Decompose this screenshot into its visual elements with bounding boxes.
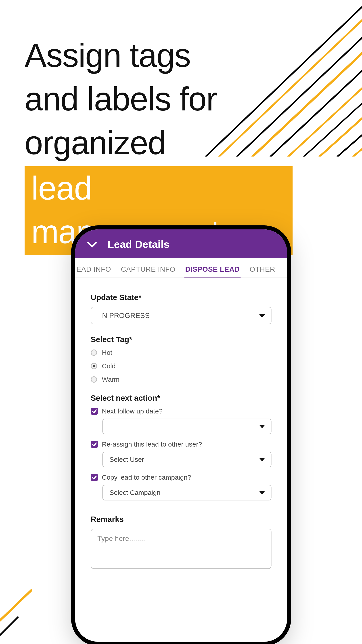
page-title: Lead Details — [108, 238, 170, 250]
chevron-down-icon[interactable] — [87, 239, 97, 250]
checkbox-icon — [91, 408, 98, 415]
next-action-reassign[interactable]: Re-assign this lead to other user? — [91, 440, 271, 448]
svg-line-9 — [353, 112, 362, 156]
tab-label: OTHER — [250, 265, 275, 273]
caret-down-icon — [259, 422, 265, 430]
radio-icon — [91, 350, 97, 356]
tab-lead-info[interactable]: EAD INFO — [75, 262, 116, 278]
checkbox-icon — [91, 474, 98, 481]
svg-line-5 — [288, 47, 362, 156]
update-state-label: Update State* — [91, 293, 271, 302]
checkbox-label: Copy lead to other campaign? — [102, 474, 191, 481]
next-action-followup[interactable]: Next follow up date? — [91, 408, 271, 415]
decorative-lines-bottom — [0, 588, 54, 644]
marketing-headline: Assign tags and labels for organized lea… — [24, 34, 293, 255]
tag-option-cold[interactable]: Cold — [91, 362, 271, 370]
tag-radio-group: Hot Cold Warm — [91, 349, 271, 383]
copy-campaign-dropdown[interactable]: Select Campaign — [102, 485, 271, 500]
radio-icon — [91, 376, 97, 382]
headline-line-3: organized — [24, 121, 293, 164]
svg-marker-14 — [259, 425, 265, 428]
remarks-textarea[interactable]: Type here........ — [91, 528, 271, 569]
radio-icon — [91, 363, 97, 369]
phone-screen: Lead Details EAD INFO CAPTURE INFO DISPO… — [71, 226, 291, 644]
radio-label: Cold — [102, 362, 116, 370]
radio-label: Hot — [102, 349, 112, 356]
svg-line-12 — [0, 617, 18, 644]
headline-line-1: Assign tags — [24, 34, 293, 77]
caret-down-icon — [259, 489, 265, 496]
svg-marker-16 — [259, 491, 265, 494]
svg-marker-15 — [259, 458, 265, 461]
tag-option-hot[interactable]: Hot — [91, 349, 271, 356]
checkbox-label: Next follow up date? — [102, 408, 163, 415]
phone-mockup: Lead Details EAD INFO CAPTURE INFO DISPO… — [71, 226, 291, 644]
next-action-label: Select next action* — [91, 394, 271, 402]
caret-down-icon — [259, 456, 265, 463]
tab-other[interactable]: OTHER — [245, 262, 280, 278]
update-state-value: IN PROGRESS — [100, 312, 150, 320]
svg-marker-13 — [259, 314, 265, 318]
checkbox-icon — [91, 441, 98, 448]
tab-capture-info[interactable]: CAPTURE INFO — [116, 262, 180, 278]
update-state-dropdown[interactable]: IN PROGRESS — [91, 307, 271, 324]
svg-line-8 — [338, 96, 362, 156]
dropdown-value: Select User — [109, 456, 144, 463]
next-action-copy[interactable]: Copy lead to other campaign? — [91, 474, 271, 481]
tab-label: DISPOSE LEAD — [185, 265, 240, 273]
remarks-label: Remarks — [91, 515, 271, 524]
svg-line-7 — [320, 78, 362, 156]
checkbox-label: Re-assign this lead to other user? — [102, 440, 202, 448]
svg-line-6 — [304, 62, 362, 156]
reassign-user-dropdown[interactable]: Select User — [102, 452, 271, 467]
app-header: Lead Details — [75, 230, 287, 258]
select-tag-label: Select Tag* — [91, 335, 271, 344]
tab-label: CAPTURE INFO — [121, 265, 175, 273]
tab-bar: EAD INFO CAPTURE INFO DISPOSE LEAD OTHER — [75, 258, 287, 278]
dispose-lead-form: Update State* IN PROGRESS Select Tag* Ho… — [75, 278, 287, 578]
tag-option-warm[interactable]: Warm — [91, 376, 271, 383]
followup-date-dropdown[interactable] — [102, 418, 271, 434]
svg-line-11 — [0, 590, 31, 644]
dropdown-value: Select Campaign — [109, 489, 160, 496]
tab-dispose-lead[interactable]: DISPOSE LEAD — [180, 262, 244, 278]
radio-label: Warm — [102, 376, 120, 383]
caret-down-icon — [259, 312, 265, 320]
headline-line-2: and labels for — [24, 77, 293, 121]
tab-label: EAD INFO — [76, 265, 111, 273]
remarks-placeholder: Type here........ — [97, 534, 145, 542]
